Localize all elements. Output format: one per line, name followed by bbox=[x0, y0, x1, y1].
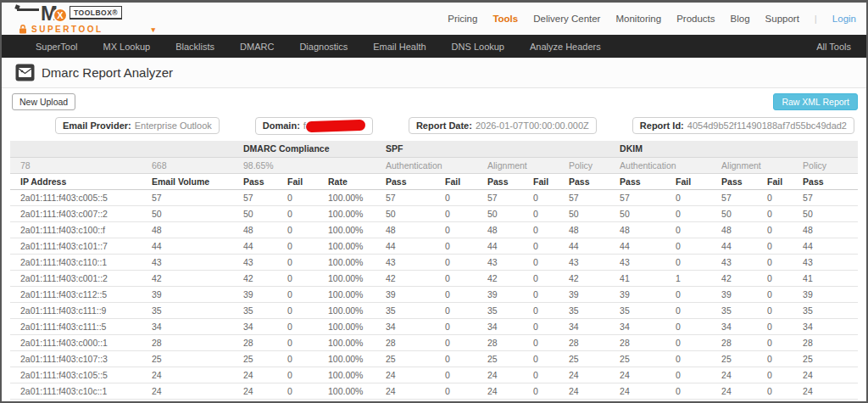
toolnav-dmarc[interactable]: DMARC bbox=[240, 42, 274, 52]
topnav-delivery-center[interactable]: Delivery Center bbox=[533, 14, 600, 24]
value-cell: 0 bbox=[665, 334, 711, 350]
value-cell: 0 bbox=[435, 238, 477, 254]
value-cell: 0 bbox=[435, 334, 477, 350]
total-volume-summary: 668 bbox=[142, 157, 233, 173]
value-cell: 0 bbox=[435, 270, 477, 286]
value-cell: 0 bbox=[435, 367, 477, 383]
dmarc-report-table-wrap: DMARC Compliance SPF DKIM 78 668 98.65% … bbox=[10, 141, 858, 400]
value-cell: 34 bbox=[233, 318, 277, 334]
supertool-menu[interactable]: SUPERTOOL ▾ bbox=[19, 25, 155, 34]
value-cell: 0 bbox=[435, 189, 477, 205]
new-upload-button[interactable]: New Upload bbox=[12, 93, 75, 110]
login-link[interactable]: Login bbox=[832, 14, 856, 24]
value-cell: 0 bbox=[523, 334, 559, 350]
report-date-label: Report Date: bbox=[416, 120, 472, 131]
value-cell: 39 bbox=[559, 286, 609, 302]
value-cell: 43 bbox=[233, 254, 277, 270]
value-cell: 50 bbox=[376, 205, 435, 221]
value-cell: 0 bbox=[277, 302, 318, 318]
col-spf-align-pass: Pass bbox=[477, 173, 523, 189]
value-cell: 28 bbox=[711, 334, 757, 350]
value-cell: 48 bbox=[711, 221, 757, 238]
value-cell: 42 bbox=[376, 270, 435, 286]
dkim-group: DKIM bbox=[609, 141, 858, 157]
toolnav-diagnostics[interactable]: Diagnostics bbox=[299, 42, 348, 52]
col-dkim-auth-pass: Pass bbox=[609, 173, 665, 189]
value-cell: 42 bbox=[477, 270, 523, 286]
col-spf-auth-fail: Fail bbox=[435, 173, 477, 189]
value-cell: 50 bbox=[711, 205, 757, 221]
value-cell: 42 bbox=[559, 270, 609, 286]
topnav-products[interactable]: Products bbox=[676, 14, 715, 24]
value-cell: 0 bbox=[523, 205, 559, 221]
toolnav-supertool[interactable]: SuperTool bbox=[36, 42, 78, 52]
value-cell: 25 bbox=[142, 350, 233, 367]
col-email-volume: Email Volume bbox=[142, 173, 233, 189]
raw-xml-report-button[interactable]: Raw XML Report bbox=[773, 93, 858, 110]
topnav-monitoring[interactable]: Monitoring bbox=[615, 14, 661, 24]
toolnav-blacklists[interactable]: Blacklists bbox=[175, 42, 214, 52]
value-cell: 0 bbox=[757, 205, 793, 221]
col-dkim-auth-fail: Fail bbox=[665, 173, 711, 189]
value-cell: 0 bbox=[523, 302, 559, 318]
col-dkim-policy-pass: Pass bbox=[793, 173, 858, 189]
value-cell: 0 bbox=[435, 302, 477, 318]
value-cell: 0 bbox=[757, 350, 793, 367]
ip-address-cell: 2a01:111:f403:c007::2 bbox=[10, 205, 142, 221]
topnav-support[interactable]: Support bbox=[765, 14, 799, 24]
toolnav-analyze-headers[interactable]: Analyze Headers bbox=[530, 42, 601, 52]
value-cell: 44 bbox=[793, 238, 858, 254]
value-cell: 0 bbox=[523, 270, 559, 286]
col-dkim-align-fail: Fail bbox=[757, 173, 793, 189]
value-cell: 35 bbox=[477, 302, 523, 318]
value-cell: 24 bbox=[711, 367, 757, 383]
toolnav-email-health[interactable]: Email Health bbox=[373, 42, 426, 52]
value-cell: 0 bbox=[523, 367, 559, 383]
value-cell: 44 bbox=[559, 238, 609, 254]
topnav-pricing[interactable]: Pricing bbox=[448, 14, 477, 24]
dkim-authentication-subgroup: Authentication bbox=[609, 157, 711, 173]
value-cell: 100.00% bbox=[318, 205, 376, 221]
topnav-tools[interactable]: Tools bbox=[492, 14, 518, 24]
value-cell: 50 bbox=[609, 205, 665, 221]
value-cell: 100.00% bbox=[318, 367, 376, 383]
value-cell: 39 bbox=[233, 286, 277, 302]
value-cell: 50 bbox=[559, 205, 609, 221]
value-cell: 24 bbox=[711, 383, 757, 399]
value-cell: 57 bbox=[609, 189, 665, 205]
value-cell: 35 bbox=[142, 302, 233, 318]
value-cell: 0 bbox=[665, 367, 711, 383]
table-row: 2a01:111:f403:c111::935350100.00%3503503… bbox=[10, 302, 858, 318]
value-cell: 28 bbox=[609, 334, 665, 350]
topnav-blog[interactable]: Blog bbox=[731, 14, 750, 24]
value-cell: 28 bbox=[376, 334, 435, 350]
mxtoolbox-logo[interactable]: M X TOOLBOX® bbox=[17, 4, 122, 23]
brand-logo[interactable]: M X TOOLBOX® SUPERTOOL ▾ bbox=[15, 3, 236, 35]
value-cell: 44 bbox=[711, 238, 757, 254]
value-cell: 24 bbox=[793, 383, 858, 399]
summary-header-row: 78 668 98.65% Authentication Alignment P… bbox=[10, 157, 858, 173]
value-cell: 0 bbox=[665, 318, 711, 334]
value-cell: 34 bbox=[559, 318, 609, 334]
value-cell: 42 bbox=[142, 270, 233, 286]
toolnav-mx-lookup[interactable]: MX Lookup bbox=[103, 42, 151, 52]
value-cell: 28 bbox=[559, 334, 609, 350]
value-cell: 0 bbox=[757, 318, 793, 334]
top-navigation: Pricing Tools Delivery Center Monitoring… bbox=[448, 3, 856, 35]
value-cell: 0 bbox=[523, 383, 559, 399]
value-cell: 0 bbox=[757, 270, 793, 286]
toolnav-all-tools[interactable]: All Tools bbox=[816, 42, 851, 52]
value-cell: 25 bbox=[609, 350, 665, 367]
chevron-down-icon[interactable]: ▾ bbox=[152, 25, 156, 34]
value-cell: 25 bbox=[233, 350, 277, 367]
report-table-body: 2a01:111:f403:c005::557570100.00%5705705… bbox=[10, 189, 858, 399]
value-cell: 0 bbox=[435, 205, 477, 221]
toolnav-dns-lookup[interactable]: DNS Lookup bbox=[452, 42, 504, 52]
value-cell: 34 bbox=[477, 318, 523, 334]
value-cell: 34 bbox=[711, 318, 757, 334]
value-cell: 24 bbox=[376, 383, 435, 399]
value-cell: 1 bbox=[665, 270, 711, 286]
col-dmarc-fail: Fail bbox=[277, 173, 318, 189]
email-provider-label: Email Provider: bbox=[63, 120, 131, 131]
value-cell: 35 bbox=[559, 302, 609, 318]
